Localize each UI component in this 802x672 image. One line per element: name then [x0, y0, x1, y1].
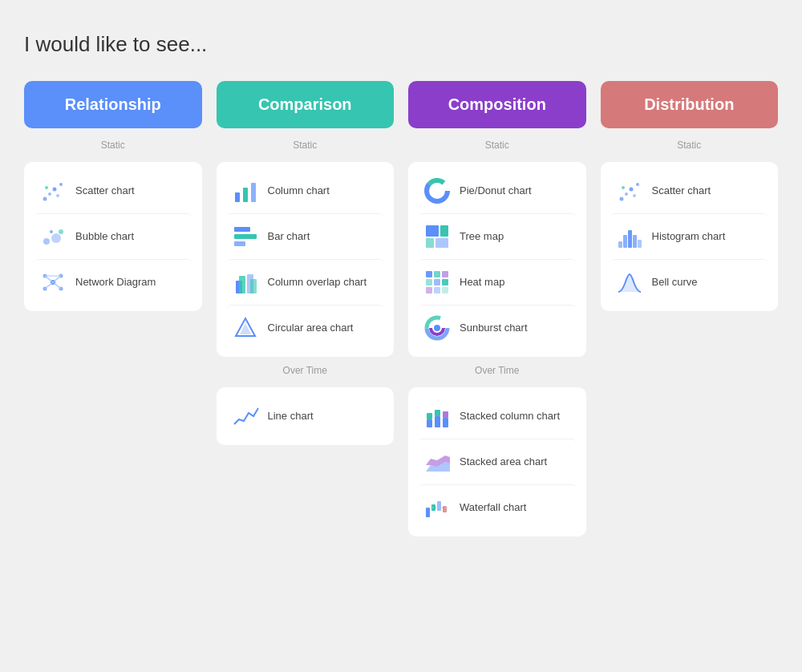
chart-item-label: Column overlap chart	[268, 276, 367, 289]
chart-item[interactable]: Scatter chart	[34, 168, 192, 213]
distribution-header[interactable]: Distribution	[601, 81, 779, 128]
svg-rect-39	[426, 271, 432, 277]
chart-item-label: Tree map	[460, 230, 504, 244]
chart-item-label: Sunburst chart	[460, 322, 528, 335]
column-relationship: RelationshipStaticScatter chartBubble ch…	[24, 81, 202, 311]
svg-rect-44	[442, 279, 448, 285]
stacked-column-icon	[423, 402, 452, 431]
bubble-icon	[38, 222, 67, 251]
circular-area-icon	[231, 314, 260, 342]
chart-item-label: Heat map	[460, 276, 504, 289]
svg-rect-47	[442, 287, 448, 293]
svg-point-34	[431, 185, 443, 196]
svg-line-15	[45, 276, 53, 282]
chart-item[interactable]: Circular area chart	[226, 305, 385, 350]
distribution-chart-card: Scatter chartHistogram chartBell curve	[601, 162, 779, 311]
svg-rect-75	[638, 240, 642, 248]
chart-item[interactable]: Line chart	[226, 394, 385, 439]
comparison-header[interactable]: Comparison	[217, 81, 395, 128]
comparison-section-label: Static	[217, 140, 395, 151]
svg-rect-25	[234, 241, 245, 246]
comparison-chart-card: Column chartBar chartColumn overlap char…	[217, 162, 395, 357]
svg-point-51	[434, 325, 440, 331]
column-icon	[231, 176, 260, 205]
svg-rect-35	[426, 225, 439, 237]
svg-point-69	[633, 194, 636, 197]
svg-rect-72	[623, 235, 627, 248]
svg-rect-54	[435, 416, 440, 427]
svg-point-5	[45, 186, 48, 189]
histogram-icon	[615, 222, 644, 251]
column-composition: CompositionStaticPie/Donut chartTree map…	[408, 81, 586, 536]
scatter-icon	[615, 176, 644, 205]
chart-item-label: Column chart	[268, 184, 330, 198]
relationship-section-label: Static	[24, 140, 202, 151]
chart-item-label: Scatter chart	[652, 184, 711, 198]
chart-item[interactable]: Bubble chart	[34, 213, 192, 259]
bar-icon	[231, 222, 260, 251]
svg-rect-42	[426, 279, 432, 285]
chart-item-label: Circular area chart	[268, 322, 354, 335]
chart-item[interactable]: Scatter chart	[610, 168, 769, 213]
svg-rect-21	[243, 188, 248, 202]
chart-item[interactable]: Stacked column chart	[418, 394, 577, 439]
scatter-icon	[38, 176, 67, 205]
svg-point-65	[619, 197, 623, 201]
composition-header[interactable]: Composition	[408, 81, 586, 128]
chart-item[interactable]: Histogram chart	[610, 213, 769, 259]
composition-chart-card: Pie/Donut chartTree mapHeat mapSunburst …	[408, 162, 586, 357]
column-distribution: DistributionStaticScatter chartHistogram…	[601, 81, 779, 311]
chart-item[interactable]: Waterfall chart	[418, 484, 577, 530]
svg-rect-60	[426, 508, 430, 517]
page-title: I would like to see...	[24, 32, 778, 57]
treemap-icon	[423, 222, 452, 251]
svg-rect-52	[427, 419, 432, 427]
chart-item[interactable]: Stacked area chart	[418, 439, 577, 484]
svg-rect-74	[633, 235, 637, 248]
columns-container: RelationshipStaticScatter chartBubble ch…	[24, 81, 778, 536]
svg-rect-45	[426, 287, 432, 293]
heatmap-icon	[423, 268, 452, 297]
svg-rect-73	[628, 230, 632, 248]
svg-point-68	[636, 183, 639, 186]
chart-item[interactable]: Tree map	[418, 213, 577, 259]
chart-item[interactable]: Column chart	[226, 168, 385, 213]
chart-item[interactable]: Column overlap chart	[226, 259, 385, 305]
svg-rect-23	[234, 227, 250, 232]
chart-item[interactable]: Bell curve	[610, 259, 769, 305]
distribution-section-label: Static	[601, 140, 779, 151]
svg-rect-71	[618, 241, 622, 248]
chart-item-label: Bubble chart	[75, 230, 134, 244]
composition-section-label: Static	[408, 140, 586, 151]
chart-item-label: Stacked area chart	[460, 455, 547, 469]
svg-rect-46	[434, 287, 440, 293]
svg-line-18	[53, 282, 61, 289]
svg-rect-36	[440, 225, 448, 237]
chart-item-label: Waterfall chart	[460, 501, 526, 515]
svg-rect-57	[443, 411, 448, 418]
chart-item-label: Pie/Donut chart	[460, 184, 532, 198]
chart-item[interactable]: Network Diagram	[34, 259, 192, 305]
relationship-header[interactable]: Relationship	[24, 81, 202, 128]
svg-point-7	[51, 233, 61, 243]
column-comparison: ComparisonStaticColumn chartBar chartCol…	[217, 81, 395, 445]
network-icon	[38, 268, 67, 297]
stacked-area-icon	[423, 447, 452, 476]
svg-rect-27	[239, 276, 245, 293]
chart-item[interactable]: Bar chart	[226, 213, 385, 259]
svg-rect-37	[426, 238, 434, 248]
svg-rect-22	[251, 183, 256, 202]
comparison-chart-card: Line chart	[217, 387, 395, 445]
chart-item[interactable]: Pie/Donut chart	[418, 168, 577, 213]
svg-rect-56	[443, 418, 448, 427]
chart-item[interactable]: Sunburst chart	[418, 305, 577, 350]
chart-item[interactable]: Heat map	[418, 259, 577, 305]
composition-chart-card: Stacked column chartStacked area chartWa…	[408, 387, 586, 536]
chart-item-label: Line chart	[268, 410, 314, 423]
svg-rect-20	[235, 192, 240, 202]
sunburst-icon	[423, 314, 452, 342]
relationship-chart-card: Scatter chartBubble chartNetwork Diagram	[24, 162, 202, 311]
line-icon	[231, 402, 260, 431]
comparison-section-label: Over Time	[217, 365, 395, 376]
svg-rect-43	[434, 279, 440, 285]
